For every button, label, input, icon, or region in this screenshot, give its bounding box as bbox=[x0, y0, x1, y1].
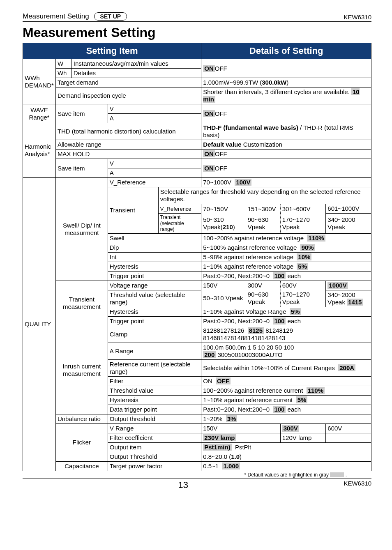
page-footer: 13KEW6310 bbox=[23, 479, 371, 490]
q-hyst-val: 1~10% against reference voltage 5% bbox=[201, 262, 371, 271]
q-ithresh-val: 100~200% against reference current 110% bbox=[201, 386, 371, 395]
cell: 70~150V bbox=[201, 204, 246, 214]
cell: 170~1270 Vpeak bbox=[280, 214, 326, 233]
harm-label: Harmonic Analysis* bbox=[23, 123, 56, 178]
tm-hyst-val: 1~10% against Voltage Range 5% bbox=[201, 307, 371, 316]
q-vref-val: 70~1000V 100V bbox=[201, 178, 371, 187]
cell: 151~300V bbox=[246, 204, 280, 214]
q-arange-val: 100.0m 500.0m 1 5 10 20 50 100200 300500… bbox=[201, 343, 371, 359]
wwh-whdesc: Detailes bbox=[71, 69, 201, 78]
q-ihyst: Hysteresis bbox=[108, 395, 201, 405]
gray-swatch bbox=[330, 472, 344, 477]
f-thresh: Output Threshold bbox=[108, 452, 201, 461]
tm-vrange: Voltage range bbox=[108, 281, 201, 290]
cell: 301~600V bbox=[280, 204, 326, 214]
q-refcur: Reference current (selectable range) bbox=[108, 359, 201, 376]
cell: 50~310 Vpeak bbox=[201, 290, 246, 307]
q-unbal-item: Output threshold bbox=[108, 414, 201, 423]
cap-item: Target power factor bbox=[108, 461, 201, 471]
quality-label: QUALITY bbox=[23, 178, 56, 471]
tm-thresh: Threshold value (selectable range) bbox=[108, 290, 201, 307]
page-number: 13 bbox=[178, 480, 188, 490]
wave-a: A bbox=[108, 114, 201, 123]
q-clamp-val: 812881278126 8125 81248129 8146814781488… bbox=[201, 326, 371, 343]
cell: 170~1270 Vpeak bbox=[280, 290, 326, 307]
cell: 1000V bbox=[326, 281, 371, 290]
q-refcur-val: Selectable within 10%~100% of Current Ra… bbox=[201, 359, 371, 376]
wave-save: Save item bbox=[55, 104, 108, 123]
harm-save-val: ONOFF bbox=[201, 159, 371, 178]
f-out-val: Pst1min) PstPlt bbox=[201, 442, 371, 452]
page-title: Measurement Setting bbox=[23, 25, 371, 40]
f-coef: Filter coefficient bbox=[108, 433, 201, 442]
header-model: KEW6310 bbox=[344, 14, 371, 21]
harm-max: MAX HOLD bbox=[55, 150, 201, 159]
q-unbal: Unbalance ratio bbox=[55, 414, 108, 423]
q-filter: Filter bbox=[108, 376, 201, 386]
q-trans-val: Selectable ranges for threshold vary dep… bbox=[158, 187, 371, 204]
wwh-target: Target demand bbox=[55, 78, 201, 87]
cell: 300V bbox=[246, 281, 280, 290]
harm-thd-val: THD-F (fundamental wave basis) / THD-R (… bbox=[201, 123, 371, 140]
q-dtrig-val: Past:0~200, Next:200~0 100 each bbox=[201, 405, 371, 414]
cell: 600V bbox=[326, 423, 371, 433]
cell: 340~2000 Vpeak bbox=[326, 214, 371, 233]
col-setting: Setting Item bbox=[23, 43, 201, 59]
page-header: Measurement Setting SET UP KEW6310 bbox=[23, 12, 371, 22]
harm-a: A bbox=[108, 168, 201, 178]
harm-allow: Allowable range bbox=[55, 140, 201, 150]
f-vrange: V Range bbox=[108, 423, 201, 433]
tm-trig-val: Past:0~200, Next:200~0 100 each bbox=[201, 316, 371, 326]
wwh-cycle: Demand inspection cycle bbox=[55, 87, 201, 104]
wave-v: V bbox=[108, 104, 201, 114]
wwh-onoff: ONOFF bbox=[201, 59, 371, 78]
cell: 150V bbox=[201, 423, 281, 433]
cell: 90~630 Vpeak bbox=[246, 290, 280, 307]
q-int-val: 5~98% against reference voltage 10% bbox=[201, 252, 371, 262]
q-ihyst-val: 1~10% against reference current 5% bbox=[201, 395, 371, 405]
cap-val: 0.5~1 1.000 bbox=[201, 461, 371, 471]
tm-trig: Trigger point bbox=[108, 316, 201, 326]
q-hyst: Hysteresis bbox=[108, 262, 201, 271]
harm-allow-val: Default value Customization bbox=[201, 140, 371, 150]
q-ithresh: Threshold value bbox=[108, 386, 201, 395]
tm-hyst: Hysteresis bbox=[108, 307, 201, 316]
q-dtrig: Data trigger point bbox=[108, 405, 201, 414]
wwh-label: WWh DEMAND* bbox=[23, 59, 56, 104]
cell: 50~310 Vpeak(210) bbox=[201, 214, 246, 233]
tm-label: Transient measurement bbox=[55, 281, 108, 326]
harm-save: Save item bbox=[55, 159, 108, 178]
q-sub-trans: Transient (selectable range) bbox=[158, 214, 201, 233]
wwh-wh: Wh bbox=[55, 69, 71, 78]
wwh-cycle-val: Shorter than intervals, 3 different cycl… bbox=[201, 87, 371, 104]
inrush-label: Inrush current measurement bbox=[55, 326, 108, 414]
f-out: Output item bbox=[108, 442, 201, 452]
q-unbal-val: 1~20% 3% bbox=[201, 414, 371, 423]
q-sub-vref: V_Reference bbox=[158, 204, 201, 214]
q-trig-val: Past:0~200, Next:200~0 100 each bbox=[201, 271, 371, 281]
q-int: Int bbox=[108, 252, 201, 262]
f-thresh-val: 0.8~20.0 (1.0) bbox=[201, 452, 371, 461]
cell: 230V lamp bbox=[201, 433, 281, 442]
cell: 600V bbox=[280, 281, 326, 290]
cap-label: Capacitance bbox=[55, 461, 108, 471]
harm-thd: THD (total harmonic distortion) calucula… bbox=[55, 123, 201, 140]
q-trig: Trigger point bbox=[108, 271, 201, 281]
wwh-target-val: 1.000mW~999.9TW (300.0kW) bbox=[201, 78, 371, 87]
col-details: Details of Setting bbox=[201, 43, 371, 59]
harm-v: V bbox=[108, 159, 201, 168]
cell: 90~630 Vpeak bbox=[246, 214, 280, 233]
footnote: * Default values are highlighted in gray… bbox=[23, 472, 371, 478]
q-clamp: Clamp bbox=[108, 326, 201, 343]
cell: 340~2000 Vpeak 1415 bbox=[326, 290, 371, 307]
cell: 150V bbox=[201, 281, 246, 290]
cell: 120V lamp bbox=[280, 433, 326, 442]
setup-badge: SET UP bbox=[94, 12, 127, 21]
cell: 601~1000V bbox=[326, 204, 371, 214]
q-filter-val: ON OFF bbox=[201, 376, 371, 386]
swell-label: Swell/ Dip/ Int measurment bbox=[55, 178, 108, 281]
harm-max-val: ONOFF bbox=[201, 150, 371, 159]
q-swell: Swell bbox=[108, 233, 201, 243]
wwh-wdesc: Instantaneous/avg/max/min values bbox=[71, 59, 201, 69]
q-dip-val: 5~100% against reference voltage 90% bbox=[201, 243, 371, 252]
